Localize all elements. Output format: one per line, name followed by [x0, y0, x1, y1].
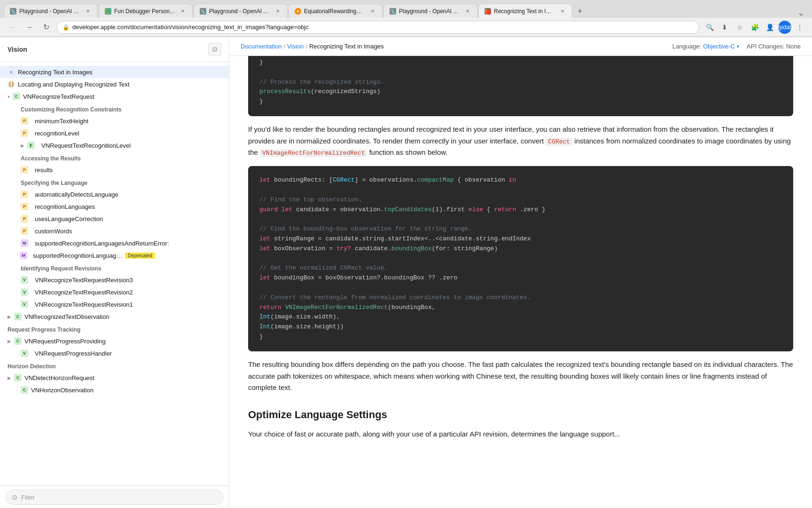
sidebar-item-customwords[interactable]: P customWords	[0, 225, 229, 237]
code-line: // Process the recognized strings.	[259, 78, 782, 87]
menu-icon[interactable]: ⋮	[793, 21, 806, 34]
content-scroll: } // Process the recognized strings. pro…	[229, 56, 812, 467]
sidebar-section-revisions-label: Identifying Request Revisions	[21, 265, 101, 272]
address-bar[interactable]: 🔒 developer.apple.com/documentation/visi…	[56, 21, 699, 34]
sidebar-header: Vision ⊡	[0, 37, 229, 62]
tab-6[interactable]: 🍎 Recognizing Text in Images | A... ✕	[478, 4, 572, 18]
sidebar-item-reclanguages[interactable]: P recognitionLanguages	[0, 200, 229, 213]
forward-button[interactable]: →	[23, 21, 36, 34]
sidebar-item-vnrecognize[interactable]: ▾ C VNRecognizeTextRequest	[0, 90, 229, 103]
sidebar-label-results: results	[31, 167, 221, 174]
sidebar-item-revision1[interactable]: V VNRecognizeTextRequestRevision1	[0, 298, 229, 310]
breadcrumb-docs[interactable]: Documentation	[241, 43, 281, 50]
sidebar-item-progresshandler[interactable]: V VNRequestProgressHandler	[0, 347, 229, 359]
tab-title-2: Fun Debugger Personalities	[114, 8, 176, 15]
filter-input[interactable]: ⊙ Filter	[6, 490, 223, 505]
section-title-optimize: Optimize Language Settings	[248, 409, 793, 421]
tab-bar: 🛝 Playground - OpenAI API ✕ 🐛 Fun Debugg…	[0, 0, 812, 18]
breadcrumb-sep-1: /	[283, 43, 285, 50]
sidebar-label-recognitionlevel: recognitionLevel	[31, 130, 221, 137]
sidebar-item-supportedlang-deprecated[interactable]: M supportedRecognitionLanguagesForTextRe…	[0, 249, 229, 262]
tab-list-button[interactable]: ⌄	[797, 8, 804, 18]
sidebar-item-vnrecognizedobservation[interactable]: ▶ C VNRecognizedTextObservation	[0, 310, 229, 323]
code-line: // Find the bounding-box observation for…	[259, 224, 782, 234]
breadcrumb-vision[interactable]: Vision	[287, 43, 304, 50]
sidebar-item-recognitionlevel-enum[interactable]: ▶ E VNRequestTextRecognitionLevel	[0, 139, 229, 151]
sidebar-item-recognitionlevel[interactable]: P recognitionLevel	[0, 127, 229, 139]
sidebar-item-mintextheight[interactable]: P minimumTextHeight	[0, 115, 229, 127]
property-icon-results: P	[21, 166, 28, 174]
sidebar-item-results[interactable]: P results	[0, 164, 229, 176]
property-icon-langcorrection: P	[21, 215, 28, 222]
nav-bar: ← → ↻ 🔒 developer.apple.com/documentatio…	[0, 18, 812, 37]
refresh-button[interactable]: ↻	[39, 21, 53, 34]
article-icon-recognizing: ≡	[8, 68, 15, 76]
tab-title-4: EquatorialRewardingOctal - Re...	[304, 8, 366, 15]
sidebar-label-locating: Locating and Displaying Recognized Text	[18, 81, 221, 88]
sidebar-item-autodetect[interactable]: P automaticallyDetectsLanguage	[0, 188, 229, 200]
tab-close-4[interactable]: ✕	[369, 8, 376, 15]
sidebar-item-horizonobservation[interactable]: C VNHorizonObservation	[0, 384, 229, 396]
tab-close-5[interactable]: ✕	[464, 8, 471, 15]
tab-close-1[interactable]: ✕	[84, 8, 92, 15]
back-button[interactable]: ←	[6, 21, 19, 34]
new-tab-button[interactable]: +	[573, 5, 586, 18]
url-text: developer.apple.com/documentation/vision…	[72, 24, 693, 31]
extension-icon[interactable]: 🧩	[748, 21, 761, 34]
sidebar-item-revision2[interactable]: V VNRecognizeTextRequestRevision2	[0, 286, 229, 298]
chevron-down-icon: ▾	[737, 44, 739, 49]
tab-1[interactable]: 🛝 Playground - OpenAI API ✕	[4, 4, 98, 18]
tab-5[interactable]: 🛝 Playground - OpenAI API ✕	[383, 4, 477, 18]
filter-placeholder-text: Filter	[21, 494, 35, 501]
sidebar-item-detecthorizon[interactable]: ▶ C VNDetectHorizonRequest	[0, 372, 229, 384]
browser-chrome: 🛝 Playground - OpenAI API ✕ 🐛 Fun Debugg…	[0, 0, 812, 37]
sidebar-item-revision3[interactable]: V VNRecognizeTextRequestRevision3	[0, 274, 229, 286]
tab-close-2[interactable]: ✕	[179, 8, 187, 15]
paragraph-2: The resulting bounding box differs depen…	[248, 359, 793, 394]
content-body[interactable]: } // Process the recognized strings. pro…	[229, 56, 812, 508]
chevron-vnrecognizedobservation: ▶	[8, 314, 11, 319]
api-changes-value: None	[786, 43, 801, 50]
class-icon-vnrecognizedobservation: C	[14, 313, 22, 320]
bookmark-icon[interactable]: ☆	[733, 21, 746, 34]
sidebar-label-customwords: customWords	[31, 228, 221, 235]
sidebar-item-supportedlang[interactable]: M supportedRecognitionLanguagesAndReturn…	[0, 237, 229, 249]
filter-search-icon: ⊙	[12, 493, 17, 501]
language-selector[interactable]: Language: Objective-C ▾	[672, 43, 739, 50]
code-line: let stringRange = candidate.string.start…	[259, 234, 782, 244]
tab-favicon-1: 🛝	[10, 8, 16, 15]
content-controls: Language: Objective-C ▾ API Changes: Non…	[672, 43, 801, 50]
update-button[interactable]: Update	[778, 21, 791, 34]
tab-4[interactable]: ● EquatorialRewardingOctal - Re... ✕	[289, 4, 383, 18]
sidebar-label-reclanguages: recognitionLanguages	[31, 203, 221, 210]
sidebar-label-progresshandler: VNRequestProgressHandler	[31, 350, 221, 357]
tab-close-6[interactable]: ✕	[559, 8, 566, 15]
profile-icon[interactable]: 👤	[763, 21, 776, 34]
sidebar-item-progressproviding[interactable]: ▶ C VNRequestProgressProviding	[0, 335, 229, 347]
sidebar-item-langcorrection[interactable]: P usesLanguageCorrection	[0, 213, 229, 225]
sidebar-nav: ≡ Recognizing Text in Images { } Locatin…	[0, 62, 229, 485]
tab-favicon-2: 🐛	[105, 8, 111, 15]
tab-close-3[interactable]: ✕	[274, 8, 281, 15]
sidebar-label-revision2: VNRecognizeTextRequestRevision2	[31, 289, 221, 296]
breadcrumb-sep-2: /	[305, 43, 307, 50]
property-icon-reclanguages: P	[21, 203, 28, 210]
sidebar-item-locating[interactable]: { } Locating and Displaying Recognized T…	[0, 78, 229, 90]
code-line: // Find the top observation.	[259, 195, 782, 205]
sidebar-item-recognizing-text[interactable]: ≡ Recognizing Text in Images	[0, 66, 229, 78]
sidebar-label-recognizing-text: Recognizing Text in Images	[18, 69, 221, 76]
code-line: // Convert the rectangle from normalized…	[259, 293, 782, 303]
sidebar-toggle-button[interactable]: ⊡	[208, 43, 221, 56]
sidebar-section-horizon-label: Horizon Detection	[8, 363, 56, 370]
language-value: Objective-C	[703, 43, 735, 50]
property-icon-autodetect: P	[21, 190, 28, 198]
search-icon[interactable]: 🔍	[703, 21, 716, 34]
code-line	[259, 254, 782, 264]
sidebar: Vision ⊡ ≡ Recognizing Text in Images { …	[0, 37, 229, 508]
tab-2[interactable]: 🐛 Fun Debugger Personalities ✕	[99, 4, 193, 18]
class-icon-vnrecognize: C	[13, 93, 20, 100]
code-line	[259, 68, 782, 78]
property-icon-customwords: P	[21, 227, 28, 235]
tab-3[interactable]: 🛝 Playground - OpenAI API ✕	[194, 4, 288, 18]
download-icon[interactable]: ⬇	[718, 21, 731, 34]
